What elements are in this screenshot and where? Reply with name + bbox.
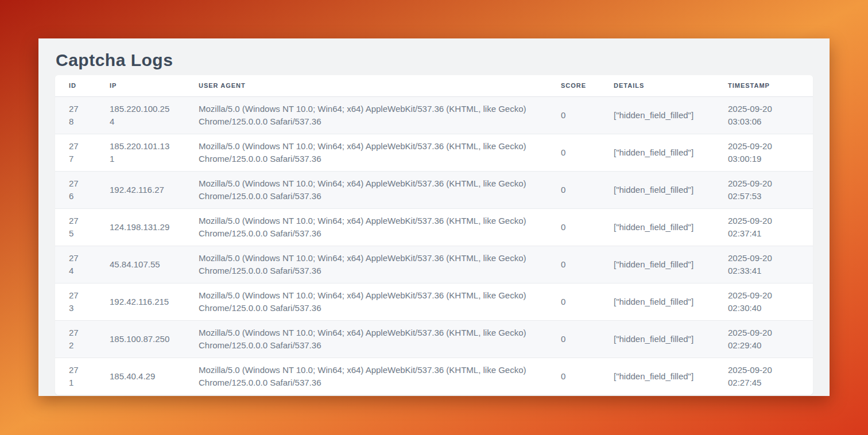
logs-table-container: ID IP USER AGENT SCORE DETAILS TIMESTAMP… — [55, 75, 813, 395]
page-title: Captcha Logs — [55, 38, 813, 75]
table-header-row: ID IP USER AGENT SCORE DETAILS TIMESTAMP — [55, 75, 813, 96]
table-row: 273 192.42.116.215 Mozilla/5.0 (Windows … — [55, 283, 813, 320]
cell-ip: 192.42.116.215 — [96, 283, 185, 320]
cell-score: 0 — [547, 358, 600, 395]
captcha-logs-panel: Captcha Logs ID IP USER AGENT SCORE DETA… — [38, 38, 830, 396]
cell-timestamp: 2025-09-20 02:27:45 — [714, 358, 813, 395]
cell-user-agent: Mozilla/5.0 (Windows NT 10.0; Win64; x64… — [185, 320, 547, 358]
cell-ip: 192.42.116.27 — [96, 171, 185, 208]
cell-details: ["hidden_field_filled"] — [600, 171, 714, 208]
table-row: 271 185.40.4.29 Mozilla/5.0 (Windows NT … — [55, 358, 813, 395]
cell-details: ["hidden_field_filled"] — [600, 283, 714, 320]
cell-details: ["hidden_field_filled"] — [600, 134, 714, 171]
cell-id: 272 — [55, 320, 96, 358]
cell-score: 0 — [547, 96, 600, 134]
cell-id: 277 — [55, 134, 96, 171]
cell-id: 276 — [55, 171, 96, 208]
column-header-score: SCORE — [547, 75, 600, 96]
cell-id: 271 — [55, 358, 96, 395]
cell-score: 0 — [547, 246, 600, 283]
cell-user-agent: Mozilla/5.0 (Windows NT 10.0; Win64; x64… — [185, 171, 547, 208]
cell-ip: 185.220.100.254 — [96, 96, 185, 134]
cell-ip: 185.40.4.29 — [96, 358, 185, 395]
column-header-user-agent: USER AGENT — [185, 75, 547, 96]
cell-timestamp: 2025-09-20 02:33:41 — [714, 246, 813, 283]
cell-timestamp: 2025-09-20 02:57:53 — [714, 171, 813, 208]
column-header-id: ID — [55, 75, 96, 96]
cell-user-agent: Mozilla/5.0 (Windows NT 10.0; Win64; x64… — [185, 283, 547, 320]
cell-timestamp: 2025-09-20 03:00:19 — [714, 134, 813, 171]
column-header-details: DETAILS — [600, 75, 714, 96]
cell-score: 0 — [547, 134, 600, 171]
cell-ip: 45.84.107.55 — [96, 246, 185, 283]
cell-timestamp: 2025-09-20 02:29:40 — [714, 320, 813, 358]
cell-ip: 185.220.101.131 — [96, 134, 185, 171]
cell-user-agent: Mozilla/5.0 (Windows NT 10.0; Win64; x64… — [185, 358, 547, 395]
table-row: 274 45.84.107.55 Mozilla/5.0 (Windows NT… — [55, 246, 813, 283]
cell-id: 278 — [55, 96, 96, 134]
cell-score: 0 — [547, 208, 600, 246]
logs-table: ID IP USER AGENT SCORE DETAILS TIMESTAMP… — [55, 75, 813, 395]
cell-id: 274 — [55, 246, 96, 283]
cell-timestamp: 2025-09-20 02:30:40 — [714, 283, 813, 320]
cell-score: 0 — [547, 320, 600, 358]
cell-timestamp: 2025-09-20 02:37:41 — [714, 208, 813, 246]
cell-user-agent: Mozilla/5.0 (Windows NT 10.0; Win64; x64… — [185, 96, 547, 134]
cell-user-agent: Mozilla/5.0 (Windows NT 10.0; Win64; x64… — [185, 208, 547, 246]
cell-details: ["hidden_field_filled"] — [600, 358, 714, 395]
cell-id: 273 — [55, 283, 96, 320]
cell-score: 0 — [547, 283, 600, 320]
table-row: 277 185.220.101.131 Mozilla/5.0 (Windows… — [55, 134, 813, 171]
column-header-ip: IP — [96, 75, 185, 96]
cell-ip: 185.100.87.250 — [96, 320, 185, 358]
table-row: 276 192.42.116.27 Mozilla/5.0 (Windows N… — [55, 171, 813, 208]
cell-details: ["hidden_field_filled"] — [600, 208, 714, 246]
table-row: 272 185.100.87.250 Mozilla/5.0 (Windows … — [55, 320, 813, 358]
cell-ip: 124.198.131.29 — [96, 208, 185, 246]
cell-details: ["hidden_field_filled"] — [600, 96, 714, 134]
cell-id: 275 — [55, 208, 96, 246]
column-header-timestamp: TIMESTAMP — [714, 75, 813, 96]
cell-details: ["hidden_field_filled"] — [600, 320, 714, 358]
table-row: 278 185.220.100.254 Mozilla/5.0 (Windows… — [55, 96, 813, 134]
cell-details: ["hidden_field_filled"] — [600, 246, 714, 283]
app-background: { "page": { "title": "Captcha Logs" }, "… — [0, 0, 868, 435]
cell-score: 0 — [547, 171, 600, 208]
cell-timestamp: 2025-09-20 03:03:06 — [714, 96, 813, 134]
cell-user-agent: Mozilla/5.0 (Windows NT 10.0; Win64; x64… — [185, 246, 547, 283]
cell-user-agent: Mozilla/5.0 (Windows NT 10.0; Win64; x64… — [185, 134, 547, 171]
table-row: 275 124.198.131.29 Mozilla/5.0 (Windows … — [55, 208, 813, 246]
